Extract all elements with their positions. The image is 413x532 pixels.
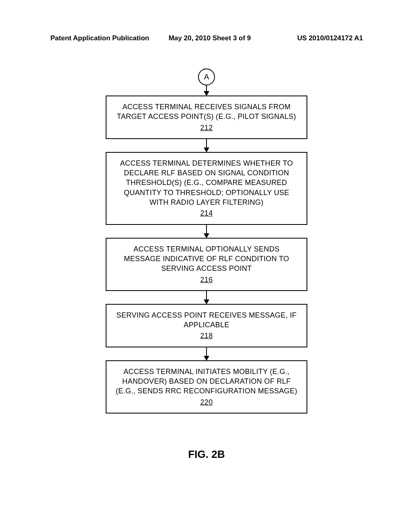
flowchart-box-214: ACCESS TERMINAL DETERMINES WHETHER TO DE… [106, 152, 307, 225]
arrow-icon [206, 225, 207, 238]
flowchart-box-212: ACCESS TERMINAL RECEIVES SIGNALS FROM TA… [106, 96, 307, 139]
box-ref: 212 [115, 123, 298, 133]
flowchart-container: A ACCESS TERMINAL RECEIVES SIGNALS FROM … [106, 69, 307, 414]
box-ref: 214 [115, 208, 298, 218]
header-date-sheet: May 20, 2010 Sheet 3 of 9 [169, 34, 251, 42]
page-header: Patent Application Publication May 20, 2… [0, 34, 413, 42]
box-text: ACCESS TERMINAL RECEIVES SIGNALS FROM TA… [117, 103, 296, 121]
arrow-icon [206, 85, 207, 96]
box-ref: 220 [115, 397, 298, 407]
connector-label: A [204, 73, 209, 81]
connector-a: A [198, 69, 215, 85]
arrow-icon [206, 291, 207, 304]
header-patent-number: US 2010/0124172 A1 [297, 34, 363, 42]
flowchart-box-218: SERVING ACCESS POINT RECEIVES MESSAGE, I… [106, 304, 307, 347]
box-ref: 216 [115, 275, 298, 285]
box-text: ACCESS TERMINAL INITIATES MOBILITY (E.G.… [116, 368, 297, 395]
arrow-icon [206, 347, 207, 360]
flowchart-box-216: ACCESS TERMINAL OPTIONALLY SENDS MESSAGE… [106, 238, 307, 291]
arrow-icon [206, 139, 207, 152]
box-text: ACCESS TERMINAL DETERMINES WHETHER TO DE… [120, 159, 293, 206]
box-text: SERVING ACCESS POINT RECEIVES MESSAGE, I… [117, 311, 297, 329]
flowchart-box-220: ACCESS TERMINAL INITIATES MOBILITY (E.G.… [106, 360, 307, 414]
header-publication: Patent Application Publication [50, 34, 149, 42]
box-text: ACCESS TERMINAL OPTIONALLY SENDS MESSAGE… [124, 245, 289, 273]
box-ref: 218 [115, 331, 298, 341]
figure-label: FIG. 2B [0, 448, 413, 461]
figure-label-text: FIG. 2B [188, 448, 225, 460]
